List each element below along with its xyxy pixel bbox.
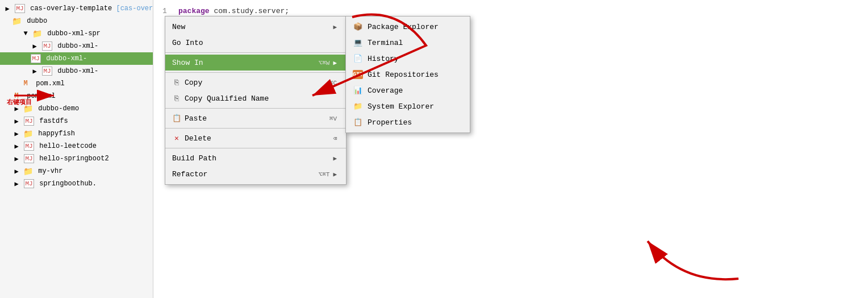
menu-item-buildpath[interactable]: Build Path ▶ xyxy=(165,150,346,166)
submenu-item-coverage[interactable]: 📊 Coverage xyxy=(346,82,470,98)
delete-shortcut: ⌫ xyxy=(333,135,337,142)
tree-label: dubbo-xml-spr xyxy=(43,30,101,38)
tree-label: dubbo-xml- xyxy=(53,42,98,50)
refactor-label: Refactor xyxy=(172,170,207,179)
copy-shortcut: ⌘C xyxy=(329,79,337,86)
submenu-item-properties[interactable]: 📋 Properties xyxy=(346,114,470,130)
menu-item-showin[interactable]: Show In ⌥⌘W ▶ xyxy=(165,55,346,71)
submenu-item-package-explorer[interactable]: 📦 Package Explorer xyxy=(346,19,470,35)
menu-item-label: Refactor xyxy=(172,170,207,179)
tree-item-springboothub[interactable]: ▶ MJ springboothub. xyxy=(0,177,153,190)
right-click-label: 右键项目 xyxy=(7,98,32,106)
menu-item-paste[interactable]: 📋 Paste ⌘V xyxy=(165,110,346,126)
expand-icon: ▶ xyxy=(11,117,22,126)
xml-icon: M xyxy=(20,79,31,88)
git-icon: GIT xyxy=(353,70,363,79)
expand-icon: ▶ xyxy=(30,42,40,51)
paste-shortcut: ⌘V xyxy=(329,115,337,122)
tree-label: my-vhr xyxy=(34,167,62,175)
submenu-arrow: ▶ xyxy=(333,155,337,162)
tree-label: dubbo-xml- xyxy=(42,55,87,63)
folder-icon: 📁 xyxy=(32,29,42,38)
tree-item-happyfish[interactable]: ▶ 📁 happyfish xyxy=(0,127,153,140)
gointo-label: Go Into xyxy=(172,39,203,47)
copy-label: Copy xyxy=(185,78,202,87)
showin-label: Show In xyxy=(172,59,203,67)
refactor-shortcut: ⌥⌘T xyxy=(319,171,330,178)
expand-icon: ▶ xyxy=(11,142,22,151)
menu-item-label: ✕ Delete xyxy=(172,134,211,143)
tree-label: happyfish xyxy=(34,130,75,138)
menu-item-label: Go Into xyxy=(172,39,203,47)
menu-item-label: ⎘ Copy Qualified Name xyxy=(172,94,269,103)
separator xyxy=(165,148,346,148)
expand-icon: ▶ xyxy=(11,154,22,163)
submenu-item-terminal[interactable]: 💻 Terminal xyxy=(346,35,470,51)
folder-icon: 📁 xyxy=(23,167,33,176)
tree-item-pom1[interactable]: M pom.xml xyxy=(0,77,153,90)
tree-label: fastdfs xyxy=(35,117,68,125)
tree-item-dubbo-xml-3[interactable]: ▶ MJ dubbo-xml- xyxy=(0,65,153,77)
menu-item-label: 📋 Paste xyxy=(172,114,207,123)
terminal-icon: 💻 xyxy=(353,38,363,47)
paste-icon: 📋 xyxy=(172,114,181,123)
tree-label: hello-leetcode xyxy=(35,142,97,150)
tree-label: hello-springboot2 xyxy=(35,155,109,163)
menu-item-copy-qualified[interactable]: ⎘ Copy Qualified Name xyxy=(165,90,346,106)
tree-label: cas-overlay-template [cas-overlay-templa… xyxy=(26,5,153,13)
separator xyxy=(165,52,346,53)
expand-icon: ▶ xyxy=(30,67,40,76)
tree-item-dubbo-xml-1[interactable]: ▶ MJ dubbo-xml- xyxy=(0,40,153,52)
tree-item-dubbo-xml-hl[interactable]: MJ dubbo-xml- xyxy=(0,52,153,65)
tree-item-fastdfs[interactable]: ▶ MJ fastdfs xyxy=(0,115,153,127)
tree-item-my-vhr[interactable]: ▶ 📁 my-vhr xyxy=(0,165,153,177)
menu-item-new[interactable]: New ▶ xyxy=(165,19,346,35)
tree-label: dubbo xyxy=(23,17,47,25)
properties-icon: 📋 xyxy=(353,118,363,127)
system-explorer-icon: 📁 xyxy=(353,102,363,111)
new-label: New xyxy=(172,23,185,31)
expand-icon: ▶ xyxy=(2,4,12,13)
showin-submenu: 📦 Package Explorer 💻 Terminal 📄 History … xyxy=(345,16,470,133)
maven-icon: MJ xyxy=(15,4,25,13)
menu-item-refactor[interactable]: Refactor ⌥⌘T ▶ xyxy=(165,166,346,182)
submenu-item-system-explorer[interactable]: 📁 System Explorer xyxy=(346,98,470,114)
folder-icon: 📁 xyxy=(23,129,33,138)
copy-icon: ⎘ xyxy=(172,78,181,87)
submenu-arrow: ▶ xyxy=(333,171,337,178)
tree-item-cas-overlay[interactable]: ▶ MJ cas-overlay-template [cas-overlay-t… xyxy=(0,2,153,15)
menu-item-gointo[interactable]: Go Into xyxy=(165,35,346,51)
tree-item-hello-springboot2[interactable]: ▶ MJ hello-springboot2 xyxy=(0,152,153,165)
coverage-icon: 📊 xyxy=(353,86,363,95)
context-menu: New ▶ Go Into Show In ⌥⌘W ▶ ⎘ Copy ⌘C ⎘ … xyxy=(165,16,347,185)
submenu-item-git-repos[interactable]: GIT Git Repositories xyxy=(346,67,470,82)
terminal-label: Terminal xyxy=(368,39,403,47)
git-repos-label: Git Repositories xyxy=(368,71,439,79)
separator xyxy=(165,128,346,129)
menu-item-label: New xyxy=(172,23,185,31)
menu-item-delete[interactable]: ✕ Delete ⌫ xyxy=(165,130,346,146)
tree-item-hello-leetcode[interactable]: ▶ MJ hello-leetcode xyxy=(0,140,153,152)
copy-qualified-icon: ⎘ xyxy=(172,94,181,103)
history-label: History xyxy=(368,55,399,63)
expand-icon: ▶ xyxy=(11,129,22,138)
folder-icon: 📁 xyxy=(11,16,22,26)
paste-label: Paste xyxy=(185,114,207,123)
tree-item-dubbo-xml-spr[interactable]: ▼ 📁 dubbo-xml-spr xyxy=(0,27,153,40)
file-tree: ▶ MJ cas-overlay-template [cas-overlay-t… xyxy=(0,0,153,298)
properties-label: Properties xyxy=(368,118,412,127)
maven-icon: MJ xyxy=(31,54,41,63)
maven-icon: MJ xyxy=(24,154,34,163)
menu-item-label: Show In xyxy=(172,59,203,67)
maven-icon: MJ xyxy=(42,67,52,76)
system-explorer-label: System Explorer xyxy=(368,102,434,111)
menu-item-copy[interactable]: ⎘ Copy ⌘C xyxy=(165,74,346,90)
maven-icon: MJ xyxy=(24,142,34,151)
maven-icon: MJ xyxy=(24,179,34,188)
tree-item-dubbo[interactable]: 📁 dubbo xyxy=(0,15,153,27)
separator xyxy=(165,108,346,109)
delete-label: Delete xyxy=(185,134,211,143)
package-explorer-label: Package Explorer xyxy=(368,23,439,31)
submenu-item-history[interactable]: 📄 History xyxy=(346,51,470,67)
expand-icon: ▼ xyxy=(20,29,31,38)
